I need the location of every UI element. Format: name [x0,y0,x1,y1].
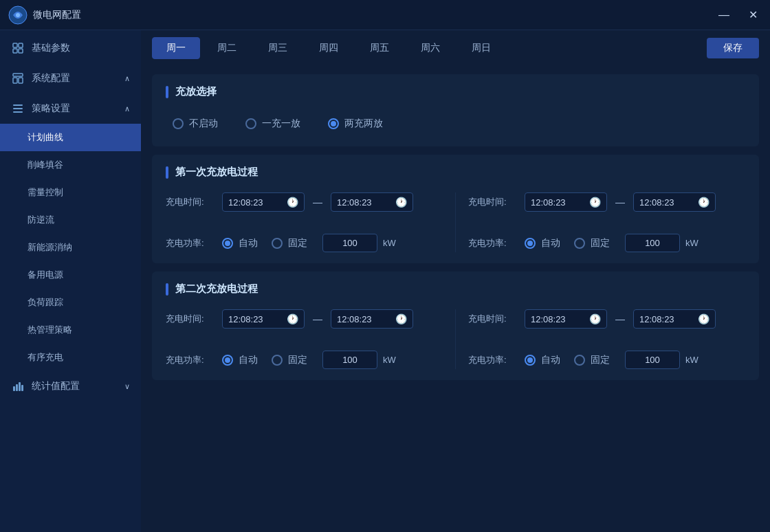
svg-rect-15 [21,385,23,391]
radio-one-cycle[interactable] [245,118,256,129]
sidebar-item-system-config[interactable]: 系统配置 ∧ [0,63,141,93]
radio-two-cycle[interactable] [328,118,339,129]
first-process-left: 充电时间: 🕐 — 🕐 [166,192,443,252]
second-right-time-start-input[interactable]: 🕐 [525,309,607,329]
radio-first-left-fixed[interactable] [272,238,283,249]
second-left-time-end-input[interactable]: 🕐 [331,309,413,329]
app-title: 微电网配置 [33,9,81,21]
first-right-time-end-input[interactable]: 🕐 [633,192,716,212]
sidebar-item-stats-config[interactable]: 统计值配置 ∨ [0,371,141,401]
first-right-time-start-field[interactable] [531,197,586,208]
radio-second-right-auto[interactable] [525,355,536,366]
option-no-start[interactable]: 不启动 [173,118,218,130]
first-left-time-row: 充电时间: 🕐 — 🕐 [166,192,443,212]
second-right-time-end-field[interactable] [639,314,694,324]
first-right-time-end-field[interactable] [639,197,694,208]
first-process-panel: 第一次充放电过程 充电时间: 🕐 — [152,155,759,263]
second-process-panel: 第二次充放电过程 充电时间: 🕐 — [152,271,759,380]
second-left-power-value[interactable] [322,351,377,369]
first-right-auto-option[interactable]: 自动 [525,237,560,250]
charge-selection-panel: 充放选择 不启动 一充一放 两充两放 [152,74,759,146]
radio-second-left-auto[interactable] [222,355,233,366]
second-process-left: 充电时间: 🕐 — 🕐 [166,309,443,369]
second-left-time-start-field[interactable] [228,314,283,324]
second-right-time-start-field[interactable] [531,314,586,324]
minimize-button[interactable]: — [714,7,734,23]
sidebar-item-load-tracking[interactable]: 负荷跟踪 [0,289,141,316]
option-one-cycle[interactable]: 一充一放 [245,118,300,130]
second-right-power-row: 充电功率: 自动 固定 [468,351,745,369]
svg-rect-11 [13,111,23,113]
sidebar-label-strategy: 策略设置 [32,102,70,115]
first-right-fixed-option[interactable]: 固定 [574,237,610,250]
dash-1: — [313,197,322,208]
svg-rect-8 [19,78,23,83]
first-right-power-value[interactable] [625,234,680,252]
tab-sunday[interactable]: 周日 [457,37,505,59]
first-left-time-start-input[interactable]: 🕐 [222,192,305,212]
second-process-header: 第二次充放电过程 [166,282,745,296]
sidebar-item-demand-control[interactable]: 需量控制 [0,179,141,206]
sidebar-item-plan-curve[interactable]: 计划曲线 [0,124,141,151]
first-left-power-row: 充电功率: 自动 固定 [166,234,443,252]
first-left-time-end-input[interactable]: 🕐 [331,192,413,212]
clock-icon-8: 🕐 [698,313,710,324]
tab-thursday[interactable]: 周四 [305,37,353,59]
first-right-auto-label: 自动 [541,237,560,250]
first-left-time-label: 充电时间: [166,196,214,208]
option-no-start-label: 不启动 [189,118,218,130]
radio-second-left-fixed[interactable] [272,355,283,366]
radio-second-right-fixed[interactable] [574,355,585,366]
first-left-time-end-field[interactable] [337,197,392,208]
dash-2: — [615,197,625,208]
chevron-down-icon-stats: ∨ [124,382,130,391]
tab-friday[interactable]: 周五 [355,37,404,59]
close-button[interactable]: ✕ [745,7,762,23]
sidebar-item-new-energy[interactable]: 新能源消纳 [0,234,141,261]
second-left-time-end-field[interactable] [337,314,392,324]
sidebar-item-thermal[interactable]: 热管理策略 [0,316,141,344]
first-process-cols: 充电时间: 🕐 — 🕐 [166,192,745,252]
radio-first-left-auto[interactable] [222,238,233,249]
first-right-power-options: 自动 固定 kW [525,234,698,252]
second-left-time-start-input[interactable]: 🕐 [222,309,305,329]
radio-no-start[interactable] [173,118,184,129]
sidebar-item-anti-backflow[interactable]: 防逆流 [0,206,141,234]
second-right-power-label: 充电功率: [468,354,516,366]
first-right-power-label: 充电功率: [468,237,516,250]
header-bar-decoration-2 [166,283,168,296]
second-left-fixed-option[interactable]: 固定 [272,354,307,366]
second-right-power-value[interactable] [625,351,680,369]
radio-first-right-fixed[interactable] [574,238,585,249]
sidebar: 基础参数 系统配置 ∧ 策略设置 [0,30,141,532]
sidebar-label-demand-control: 需量控制 [28,186,63,199]
first-right-unit: kW [685,238,698,248]
first-left-power-value[interactable] [322,234,377,252]
main-layout: 基础参数 系统配置 ∧ 策略设置 [0,30,770,532]
first-left-fixed-option[interactable]: 固定 [272,237,307,250]
second-right-time-end-input[interactable]: 🕐 [633,309,716,329]
charge-selection-title: 充放选择 [175,85,217,98]
vertical-divider-2 [455,309,456,369]
first-right-time-start-input[interactable]: 🕐 [525,192,607,212]
first-left-auto-option[interactable]: 自动 [222,237,258,250]
tab-wednesday[interactable]: 周三 [254,37,302,59]
save-button[interactable]: 保存 [707,38,759,58]
radio-first-right-auto[interactable] [525,238,536,249]
sidebar-item-peak-valley[interactable]: 削峰填谷 [0,151,141,179]
first-left-time-start-field[interactable] [228,197,283,208]
chevron-up-icon: ∧ [124,74,130,83]
svg-rect-12 [13,386,15,391]
tab-tuesday[interactable]: 周二 [203,37,251,59]
second-right-fixed-option[interactable]: 固定 [574,354,610,366]
second-left-auto-option[interactable]: 自动 [222,354,258,366]
sidebar-item-ordered-charge[interactable]: 有序充电 [0,344,141,371]
first-left-power-label: 充电功率: [166,237,214,250]
sidebar-item-strategy[interactable]: 策略设置 ∧ [0,93,141,124]
option-two-cycle[interactable]: 两充两放 [328,118,383,130]
tab-saturday[interactable]: 周六 [406,37,454,59]
second-right-auto-option[interactable]: 自动 [525,354,560,366]
tab-monday[interactable]: 周一 [152,37,200,59]
sidebar-item-backup-power[interactable]: 备用电源 [0,261,141,289]
sidebar-item-basic-params[interactable]: 基础参数 [0,33,141,63]
